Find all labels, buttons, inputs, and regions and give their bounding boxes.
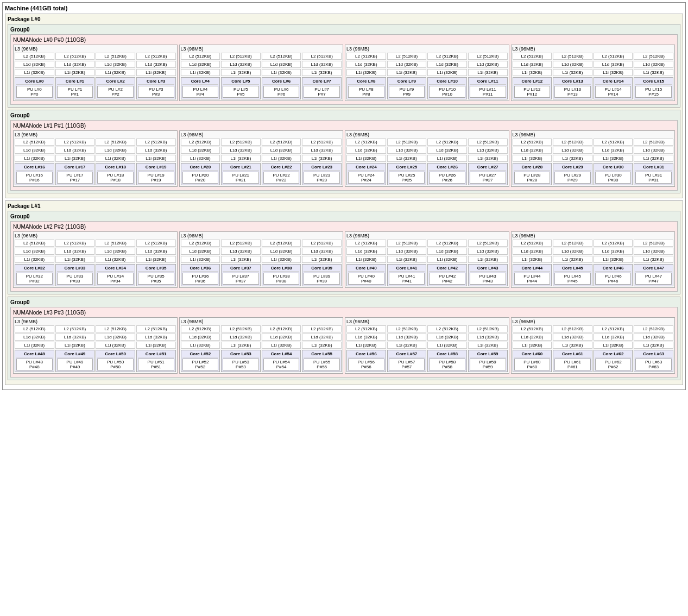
core-box: Core L#18PU L#18P#18 (96, 163, 135, 185)
pu-box: PU L#44P#44 (514, 273, 551, 285)
pu-box: PU L#1P#1 (57, 86, 93, 98)
pu-box: PU L#29P#29 (554, 172, 591, 184)
pu-box: PU L#10P#10 (429, 86, 465, 98)
pu-box: PU L#40P#40 (348, 273, 384, 285)
l3-segment-label: L3 (96MB) (513, 132, 674, 137)
core-row: Core L#4PU L#4P#4Core L#5PU L#5P#5Core L… (181, 77, 342, 99)
pu-box: PU L#42P#42 (429, 273, 465, 285)
l1i-cell: L1i (32KB) (468, 155, 508, 162)
pu-box: PU L#24P#24 (348, 172, 384, 184)
core-row: Core L#28PU L#28P#28Core L#29PU L#29P#29… (513, 163, 674, 185)
core-label: Core L#49 (57, 351, 93, 357)
l1i-cell: L1i (32KB) (513, 69, 552, 76)
l2-cell: L2 (512KB) (387, 240, 427, 247)
pu-box: PU L#50P#50 (97, 359, 134, 370)
l3-segment-label: L3 (96MB) (346, 319, 508, 324)
packages-container: Package L#0Group0NUMANode L#0 P#0 (110GB… (5, 14, 683, 385)
core-box: Core L#34PU L#34P#34 (96, 264, 135, 286)
pu-box: PU L#4P#4 (182, 86, 219, 98)
l1i-cell: L1i (32KB) (553, 256, 592, 263)
core-label: Core L#31 (635, 165, 672, 171)
l3-segment: L3 (96MB)L2 (512KB)L2 (512KB)L2 (512KB)L… (179, 130, 344, 187)
l1i-cell: L1i (32KB) (136, 155, 176, 162)
core-box: Core L#1PU L#1P#1 (55, 77, 95, 99)
l2-cell: L2 (512KB) (513, 240, 552, 247)
l2-cell: L2 (512KB) (468, 325, 508, 332)
core-box: Core L#25PU L#25P#25 (387, 163, 427, 185)
numa-title: NUMANode L#2 P#2 (110GB) (13, 224, 675, 230)
l2-cell: L2 (512KB) (262, 139, 301, 146)
group-box: Group0NUMANode L#1 P#1 (110GB)L3 (96MB)L… (8, 110, 680, 193)
core-box: Core L#26PU L#26P#26 (427, 163, 467, 185)
l3-segment: L3 (96MB)L2 (512KB)L2 (512KB)L2 (512KB)L… (511, 231, 676, 288)
l1d-cell: L1d (32KB) (136, 248, 176, 255)
l2-cell: L2 (512KB) (262, 240, 301, 247)
core-box: Core L#56PU L#56P#56 (346, 350, 386, 372)
l1d-cell: L1d (32KB) (136, 334, 176, 341)
pu-box: PU L#59P#59 (470, 359, 506, 370)
l2-cell: L2 (512KB) (513, 53, 552, 60)
l1i-cell: L1i (32KB) (181, 69, 220, 76)
core-box: Core L#40PU L#40P#40 (346, 264, 386, 286)
core-label: Core L#63 (635, 351, 672, 357)
l1d-row: L1d (32KB)L1d (32KB)L1d (32KB)L1d (32KB) (15, 334, 176, 341)
l1i-cell: L1i (32KB) (513, 342, 552, 349)
l2-cell: L2 (512KB) (302, 240, 342, 247)
l1i-row: L1i (32KB)L1i (32KB)L1i (32KB)L1i (32KB) (346, 155, 508, 162)
l1d-row: L1d (32KB)L1d (32KB)L1d (32KB)L1d (32KB) (15, 248, 176, 255)
l1i-cell: L1i (32KB) (427, 69, 467, 76)
pu-box: PU L#21P#21 (223, 172, 259, 184)
l2-cell: L2 (512KB) (136, 325, 176, 332)
core-box: Core L#36PU L#36P#36 (181, 264, 220, 286)
l2-row: L2 (512KB)L2 (512KB)L2 (512KB)L2 (512KB) (346, 53, 508, 60)
l3-segment-label: L3 (96MB) (15, 46, 176, 52)
core-box: Core L#12PU L#12P#12 (513, 77, 552, 99)
l1d-cell: L1d (32KB) (262, 147, 301, 154)
core-label: Core L#58 (429, 351, 465, 357)
l1d-cell: L1d (32KB) (221, 334, 261, 341)
l3-segment-label: L3 (96MB) (346, 132, 508, 137)
l1i-cell: L1i (32KB) (221, 256, 261, 263)
core-box: Core L#19PU L#19P#19 (136, 163, 176, 185)
core-box: Core L#53PU L#53P#53 (221, 350, 261, 372)
l1d-cell: L1d (32KB) (468, 147, 508, 154)
l3-segment: L3 (96MB)L2 (512KB)L2 (512KB)L2 (512KB)L… (345, 317, 509, 374)
l2-row: L2 (512KB)L2 (512KB)L2 (512KB)L2 (512KB) (513, 325, 674, 332)
l1i-row: L1i (32KB)L1i (32KB)L1i (32KB)L1i (32KB) (181, 342, 342, 349)
pu-box: PU L#37P#37 (223, 273, 259, 285)
l2-cell: L2 (512KB) (387, 139, 427, 146)
core-label: Core L#14 (595, 79, 632, 85)
l3-segment: L3 (96MB)L2 (512KB)L2 (512KB)L2 (512KB)L… (511, 130, 676, 187)
l2-cell: L2 (512KB) (634, 139, 673, 146)
core-row: Core L#36PU L#36P#36Core L#37PU L#37P#37… (181, 264, 342, 286)
l2-row: L2 (512KB)L2 (512KB)L2 (512KB)L2 (512KB) (15, 139, 176, 146)
l1i-cell: L1i (32KB) (427, 256, 467, 263)
core-label: Core L#37 (223, 266, 259, 272)
l1i-cell: L1i (32KB) (594, 256, 633, 263)
l2-cell: L2 (512KB) (346, 53, 386, 60)
core-row: Core L#56PU L#56P#56Core L#57PU L#57P#57… (346, 350, 508, 372)
l1i-cell: L1i (32KB) (302, 69, 342, 76)
pu-box: PU L#43P#43 (470, 273, 506, 285)
core-label: Core L#30 (595, 165, 632, 171)
l2-cell: L2 (512KB) (346, 139, 386, 146)
l1i-row: L1i (32KB)L1i (32KB)L1i (32KB)L1i (32KB) (15, 256, 176, 263)
l3-row-container: L3 (96MB)L2 (512KB)L2 (512KB)L2 (512KB)L… (13, 317, 675, 374)
core-box: Core L#3PU L#3P#3 (136, 77, 176, 99)
pu-box: PU L#6P#6 (263, 86, 300, 98)
l2-cell: L2 (512KB) (136, 53, 176, 60)
core-row: Core L#24PU L#24P#24Core L#25PU L#25P#25… (346, 163, 508, 185)
l1d-row: L1d (32KB)L1d (32KB)L1d (32KB)L1d (32KB) (346, 334, 508, 341)
core-label: Core L#41 (389, 266, 425, 272)
pu-box: PU L#5P#5 (223, 86, 259, 98)
l1d-row: L1d (32KB)L1d (32KB)L1d (32KB)L1d (32KB) (513, 147, 674, 154)
l1d-cell: L1d (32KB) (221, 61, 261, 68)
l1d-cell: L1d (32KB) (553, 61, 592, 68)
core-label: Core L#56 (348, 351, 384, 357)
core-box: Core L#35PU L#35P#35 (136, 264, 176, 286)
l1i-cell: L1i (32KB) (221, 342, 261, 349)
group-title: Group0 (10, 27, 678, 33)
l2-cell: L2 (512KB) (96, 325, 135, 332)
pu-box: PU L#19P#19 (138, 172, 174, 184)
core-box: Core L#43PU L#43P#43 (468, 264, 508, 286)
